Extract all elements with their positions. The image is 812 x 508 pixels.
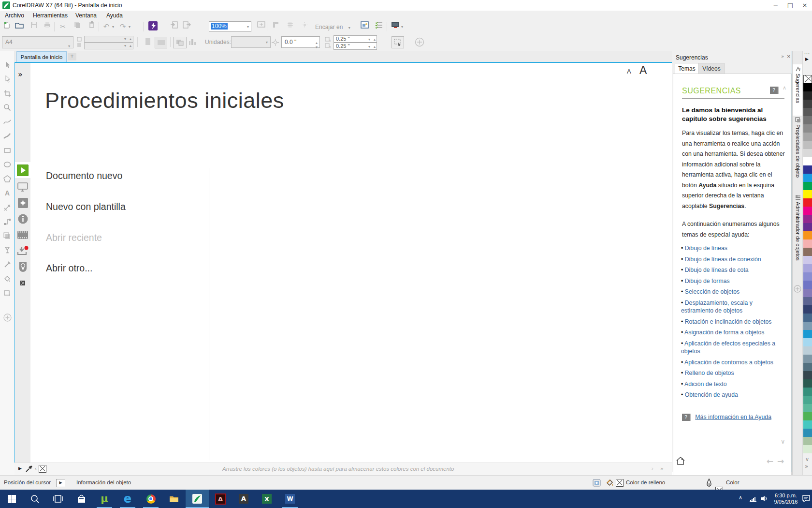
- color-swatch[interactable]: [803, 141, 812, 149]
- nav-settings-button[interactable]: [15, 275, 30, 291]
- all-pages-button[interactable]: [173, 37, 187, 48]
- zoom-level-combo[interactable]: 100% ▾: [209, 21, 251, 32]
- color-swatch[interactable]: [803, 420, 812, 429]
- color-swatch[interactable]: [803, 305, 812, 314]
- color-swatch[interactable]: [803, 248, 812, 256]
- tab-pantalla-de-inicio[interactable]: Pantalla de inicio: [16, 51, 67, 63]
- fill-color-swatch[interactable]: [616, 479, 624, 487]
- color-swatch[interactable]: [803, 281, 812, 289]
- eyedropper-icon[interactable]: [25, 465, 33, 473]
- redo-button[interactable]: ↷: [117, 21, 129, 32]
- color-swatch[interactable]: [803, 379, 812, 388]
- tip-topic-link[interactable]: Aplicación de contornos a objetos: [681, 359, 786, 367]
- docpalette-expand-button[interactable]: »: [660, 465, 664, 472]
- tip-topic-link[interactable]: Asignación de forma a objetos: [681, 329, 786, 337]
- close-button[interactable]: ×: [798, 0, 812, 11]
- color-swatch[interactable]: [803, 198, 812, 207]
- side-tab-sugerencias[interactable]: ? Sugerencias: [793, 64, 803, 116]
- docker-close-button[interactable]: ×: [787, 53, 791, 60]
- copy-button[interactable]: [72, 21, 83, 32]
- search-content-button[interactable]: [147, 21, 159, 32]
- page-width-spinner[interactable]: ▾ ▴: [84, 36, 133, 43]
- link-nuevo-con-plantilla[interactable]: Nuevo con plantilla: [46, 201, 126, 212]
- open-button[interactable]: [14, 21, 25, 32]
- color-swatch[interactable]: [803, 272, 812, 281]
- tip-topic-link[interactable]: Selección de objetos: [681, 288, 786, 296]
- docpalette-scroll-right-button[interactable]: ›: [652, 465, 653, 471]
- tray-show-hidden-icons-button[interactable]: ∧: [739, 494, 742, 501]
- docker-tab-temas[interactable]: Temas: [675, 63, 699, 74]
- no-color-swatch[interactable]: [39, 465, 46, 473]
- color-swatch[interactable]: [803, 412, 812, 420]
- tip-topic-link[interactable]: Desplazamiento, escala y estiramiento de…: [681, 299, 786, 315]
- taskbar-word-button[interactable]: W: [278, 490, 302, 508]
- duplicate-y-spinner[interactable]: 0.25 " ▾ ▴: [334, 43, 377, 50]
- nav-learning-button[interactable]: [15, 227, 30, 243]
- menu-archivo[interactable]: Archivo: [3, 12, 26, 19]
- menu-ayuda[interactable]: Ayuda: [104, 12, 125, 19]
- text-tool[interactable]: A: [0, 186, 14, 200]
- tip-topic-link[interactable]: Relleno de objetos: [681, 369, 786, 377]
- smart-fill-tool[interactable]: [0, 286, 14, 300]
- fullscreen-preview-button[interactable]: [255, 21, 267, 32]
- palette-flyout-button[interactable]: ▶: [805, 57, 809, 61]
- tip-topic-link[interactable]: Dibujo de líneas de conexión: [681, 255, 786, 264]
- tip-topic-link[interactable]: Adición de texto: [681, 380, 786, 388]
- link-documento-nuevo[interactable]: Documento nuevo: [46, 170, 122, 181]
- new-document-button[interactable]: [1, 21, 13, 32]
- color-swatch[interactable]: [803, 429, 812, 437]
- color-eyedropper-tool[interactable]: [0, 257, 14, 271]
- hints-help-button[interactable]: ?: [770, 87, 778, 94]
- color-swatch[interactable]: [803, 322, 812, 330]
- color-swatch[interactable]: [803, 239, 812, 248]
- scroll-down-icon[interactable]: ∨: [781, 438, 785, 445]
- color-swatch[interactable]: [803, 314, 812, 322]
- color-swatch[interactable]: [803, 264, 812, 272]
- taskbar-explorer-button[interactable]: [162, 490, 186, 508]
- tip-topic-link[interactable]: Dibujo de líneas de cota: [681, 266, 786, 274]
- taskbar-utorrent-button[interactable]: µ: [93, 490, 116, 508]
- zoom-tool[interactable]: [0, 101, 14, 115]
- tip-topic-link[interactable]: Aplicación de efectos especiales a objet…: [681, 340, 786, 356]
- color-swatch[interactable]: [803, 256, 812, 264]
- color-swatch[interactable]: [803, 215, 812, 223]
- color-swatch[interactable]: [803, 116, 812, 124]
- artistic-media-tool[interactable]: [0, 129, 14, 143]
- tray-network-icon[interactable]: [749, 495, 757, 502]
- color-swatch[interactable]: [803, 355, 812, 363]
- interactive-fill-tool[interactable]: [0, 272, 14, 286]
- color-swatch[interactable]: [803, 108, 812, 116]
- color-swatch[interactable]: [803, 182, 812, 190]
- nav-expander-button[interactable]: »: [18, 70, 23, 79]
- color-swatch[interactable]: [803, 404, 812, 412]
- page-size-combo[interactable]: A4 ▾: [2, 36, 73, 48]
- page-height-spinner[interactable]: ▾ ▴: [84, 43, 133, 49]
- side-tab-propiedades[interactable]: Propiedades de objeto: [793, 115, 803, 180]
- redo-dropdown-arrow[interactable]: ▾: [129, 25, 130, 29]
- color-swatch[interactable]: [803, 133, 812, 141]
- back-button[interactable]: ←: [767, 456, 773, 466]
- ellipse-tool[interactable]: [0, 158, 14, 172]
- connector-tool[interactable]: [0, 215, 14, 229]
- forward-button[interactable]: →: [777, 456, 784, 466]
- welcome-screen-button[interactable]: [390, 21, 401, 32]
- color-swatch[interactable]: [803, 207, 812, 215]
- duplicate-x-spinner[interactable]: 0.25 " ▾ ▴: [334, 35, 377, 43]
- color-swatch[interactable]: [803, 165, 812, 174]
- color-swatch[interactable]: [803, 363, 812, 371]
- docker-collapse-button[interactable]: »: [781, 54, 784, 59]
- nav-gallery-button[interactable]: [15, 195, 30, 211]
- new-tab-button[interactable]: +: [68, 53, 76, 60]
- add-button-icon[interactable]: [415, 37, 424, 47]
- color-swatch[interactable]: [803, 289, 812, 297]
- color-swatch[interactable]: [803, 445, 812, 453]
- undo-dropdown-arrow[interactable]: ▾: [112, 25, 114, 29]
- palette-scroll-down-button[interactable]: ∨: [805, 456, 809, 463]
- color-swatch[interactable]: [803, 223, 812, 231]
- color-swatch[interactable]: [803, 91, 812, 100]
- status-flyout-button[interactable]: ▶: [56, 479, 65, 487]
- action-center-icon[interactable]: [802, 495, 810, 502]
- docpalette-scroll-left-button[interactable]: ‹: [35, 465, 37, 471]
- palette-drag-handle[interactable]: ···: [804, 51, 810, 56]
- nav-updates-button[interactable]: [15, 243, 30, 259]
